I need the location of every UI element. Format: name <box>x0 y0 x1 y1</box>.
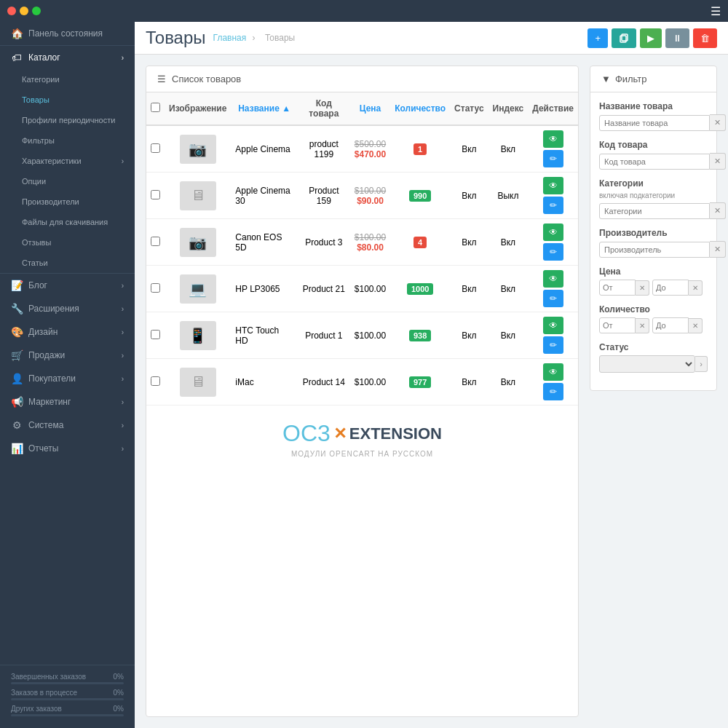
sidebar-item-manufacturers[interactable]: Производители <box>0 191 135 212</box>
sidebar-item-reports[interactable]: 📊 Отчеты › <box>0 437 135 460</box>
row-select-checkbox[interactable] <box>151 376 160 386</box>
th-name[interactable]: Название ▲ <box>231 92 298 125</box>
maximize-dot[interactable] <box>32 7 41 15</box>
sidebar-item-label: Продажи <box>28 350 65 360</box>
view-button[interactable]: 👁 <box>543 130 563 148</box>
qty-badge: 1000 <box>407 283 433 295</box>
design-icon: 🎨 <box>11 326 23 338</box>
sidebar-item-system[interactable]: ⚙ Система › <box>0 414 135 437</box>
minimize-dot[interactable] <box>20 7 28 15</box>
filter-qty-to-clear[interactable]: ✕ <box>689 318 703 333</box>
view-button[interactable]: 👁 <box>543 177 563 194</box>
select-all-checkbox[interactable] <box>151 103 160 112</box>
sidebar-item-options[interactable]: Опции <box>0 171 135 191</box>
sidebar-item-downloads[interactable]: Файлы для скачивания <box>0 212 135 232</box>
progress-label-text: Заказов в процессе <box>11 689 77 697</box>
sidebar-item-profiles[interactable]: Профили периодичности <box>0 110 135 130</box>
sidebar-item-extensions[interactable]: 🔧 Расширения › <box>0 297 135 320</box>
sidebar-item-design[interactable]: 🎨 Дизайн › <box>0 320 135 344</box>
row-index: Вкл <box>488 125 529 173</box>
edit-button[interactable]: ✏ <box>543 383 563 400</box>
product-img-icon: 📱 <box>189 327 207 344</box>
row-select-checkbox[interactable] <box>151 190 160 199</box>
row-price: $100.00$80.00 <box>350 219 390 266</box>
edit-button[interactable]: ✏ <box>543 197 563 214</box>
qty-badge: 1 <box>414 143 427 155</box>
pause-button[interactable]: ⏸ <box>665 28 689 48</box>
watermark-ext: EXTENSION <box>349 424 442 443</box>
view-button[interactable]: 👁 <box>543 363 563 381</box>
breadcrumb-home[interactable]: Главная <box>213 33 247 43</box>
sidebar-item-categories[interactable]: Категории <box>0 69 135 90</box>
product-img: 📱 <box>180 321 216 350</box>
filter-manufacturer-input[interactable] <box>599 242 710 258</box>
sidebar-item-reviews[interactable]: Отзывы <box>0 232 135 253</box>
products-panel: ☰ Список товаров Изображение Название ▲ <box>146 66 579 717</box>
filter-status-clear[interactable]: › <box>695 356 708 372</box>
row-name: Apple Cinema <box>231 125 298 173</box>
view-button[interactable]: 👁 <box>543 317 563 334</box>
row-qty: 1 <box>390 125 450 173</box>
row-name: iMac <box>231 359 298 405</box>
th-qty[interactable]: Количество <box>390 92 450 125</box>
action-btn-group: 👁 ✏ <box>532 270 574 307</box>
filter-price-to-clear[interactable]: ✕ <box>689 280 703 296</box>
th-code: Код товара <box>298 92 350 125</box>
row-select-checkbox[interactable] <box>151 143 160 153</box>
view-button[interactable]: 👁 <box>543 223 563 241</box>
filter-qty-from-clear[interactable]: ✕ <box>636 318 649 333</box>
filter-categories-clear[interactable]: ✕ <box>710 202 726 219</box>
edit-button[interactable]: ✏ <box>543 290 563 307</box>
filter-price-to[interactable] <box>652 280 689 296</box>
filter-code-input[interactable] <box>599 154 710 170</box>
sidebar-item-marketing[interactable]: 📢 Маркетинг › <box>0 390 135 414</box>
th-price[interactable]: Цена <box>350 92 390 125</box>
sidebar-item-sales[interactable]: 🛒 Продажи › <box>0 344 135 367</box>
sidebar-item-customers[interactable]: 👤 Покупатели › <box>0 367 135 390</box>
filter-qty-to[interactable] <box>652 317 689 333</box>
sidebar-item-products[interactable]: Товары <box>0 90 135 110</box>
list-icon: ☰ <box>157 74 166 84</box>
edit-button[interactable]: ✏ <box>543 150 563 167</box>
main-panel: ☰ Список товаров Изображение Название ▲ <box>146 66 579 717</box>
filter-qty-from[interactable] <box>599 317 636 333</box>
copy-button[interactable] <box>612 28 636 48</box>
filter-price-from-clear[interactable]: ✕ <box>636 280 649 296</box>
row-image: 📱 <box>165 312 231 359</box>
sidebar-item-blog[interactable]: 📝 Блог › <box>0 274 135 297</box>
sidebar-item-attributes[interactable]: Характеристики › <box>0 151 135 171</box>
sidebar-item-dashboard[interactable]: 🏠 Панель состояния <box>0 22 135 45</box>
sidebar-item-catalog[interactable]: 🏷 Каталог › <box>0 46 135 69</box>
sidebar-item-filters[interactable]: Фильтры <box>0 130 135 151</box>
action-btn-group: 👁 ✏ <box>532 130 574 167</box>
hamburger-icon[interactable]: ☰ <box>711 4 721 18</box>
edit-button[interactable]: ✏ <box>543 336 563 354</box>
filter-name-clear[interactable]: ✕ <box>710 114 726 131</box>
filter-categories-input[interactable] <box>599 203 710 219</box>
row-select-checkbox[interactable] <box>151 283 160 293</box>
edit-button[interactable]: ✏ <box>543 243 563 261</box>
play-button[interactable]: ▶ <box>640 28 662 48</box>
close-dot[interactable] <box>7 7 16 15</box>
row-select-checkbox[interactable] <box>151 237 160 246</box>
filter-price-from[interactable] <box>599 280 636 296</box>
row-name: Apple Cinema 30 <box>231 173 298 219</box>
sidebar-item-articles[interactable]: Статьи <box>0 253 135 273</box>
product-img-icon: 📷 <box>189 141 207 158</box>
filter-code-clear[interactable]: ✕ <box>710 153 726 170</box>
content-area: Товары Главная › Товары + ▶ ⏸ 🗑 <box>135 22 728 728</box>
view-button[interactable]: 👁 <box>543 270 563 288</box>
filter-name-input[interactable] <box>599 115 710 131</box>
reports-icon: 📊 <box>11 443 23 454</box>
filter-group-code: Код товара ✕ <box>599 140 708 170</box>
row-select-checkbox[interactable] <box>151 330 160 339</box>
row-qty: 938 <box>390 312 450 359</box>
delete-button[interactable]: 🗑 <box>693 28 717 48</box>
row-status: Вкл <box>450 312 488 359</box>
sidebar-item-label: Маркетинг <box>28 397 71 407</box>
row-code: product 1199 <box>298 125 350 173</box>
sidebar-item-label: Блог <box>28 280 47 290</box>
filter-status-select[interactable]: Вкл Выкл <box>599 355 695 373</box>
add-button[interactable]: + <box>587 28 608 48</box>
filter-manufacturer-clear[interactable]: ✕ <box>710 241 726 258</box>
